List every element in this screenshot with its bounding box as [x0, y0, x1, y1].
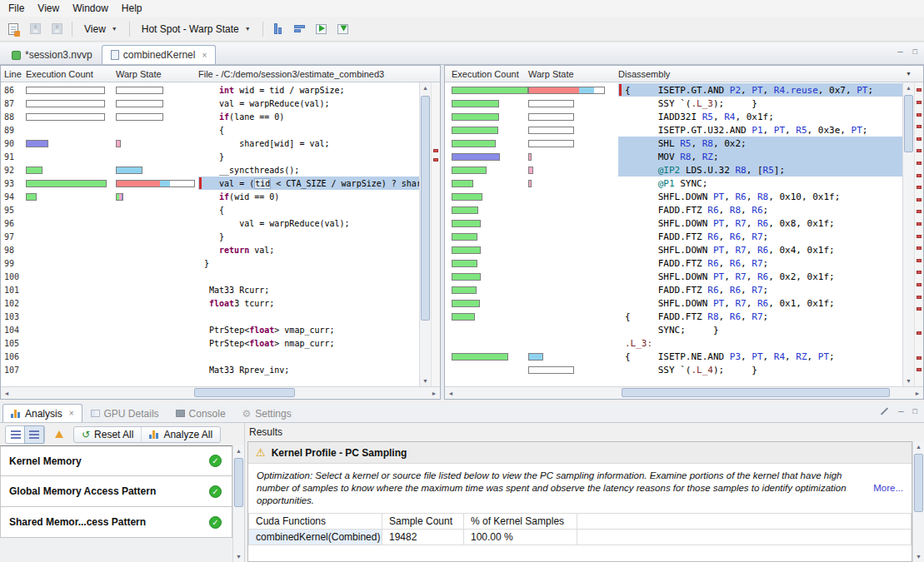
- disassembly-row[interactable]: SHFL.DOWN PT, R6, R8, 0x10, 0x1f;: [445, 190, 902, 203]
- next-hotspot-button[interactable]: [312, 20, 332, 38]
- maximize-icon[interactable]: □: [913, 407, 917, 415]
- analysis-item[interactable]: Global Memory Access Pattern✓: [0, 476, 232, 507]
- menu-file[interactable]: File: [2, 1, 31, 16]
- source-row[interactable]: 98 return val;: [1, 243, 419, 256]
- source-row[interactable]: 93 val = (tid < CTA_SIZE / warpSize) ? s…: [1, 177, 419, 190]
- disassembly-row[interactable]: SHFL.DOWN PT, R7, R6, 0x1, 0x1f;: [445, 296, 902, 310]
- disassembly-row[interactable]: .L_3:: [445, 336, 902, 350]
- scrollbar-thumb[interactable]: [234, 458, 243, 507]
- source-row[interactable]: 101 Mat33 Rcurr;: [1, 283, 419, 296]
- disassembly-row[interactable]: FADD.FTZ R6, R8, R6;: [445, 203, 902, 216]
- source-row[interactable]: 88 if(lane == 0): [1, 110, 419, 123]
- back-button[interactable]: [50, 426, 68, 443]
- menu-help[interactable]: Help: [115, 1, 149, 16]
- source-row[interactable]: 100: [1, 270, 419, 283]
- reset-all-button[interactable]: ↺ Reset All: [74, 427, 141, 442]
- analysis-item[interactable]: Shared Memor...cess Pattern✓: [0, 507, 232, 538]
- close-icon[interactable]: ×: [202, 51, 207, 60]
- source-row[interactable]: 107 Mat33 Rprev_inv;: [1, 363, 419, 376]
- save-all-button[interactable]: [47, 20, 67, 38]
- save-button[interactable]: [25, 20, 45, 38]
- table-row[interactable]: combinedKernel(Combined)19482100.00 %: [249, 530, 912, 545]
- disassembly-row[interactable]: { ISETP.GT.AND P2, PT, R4.reuse, 0x7, PT…: [445, 83, 902, 97]
- view-menu-icon[interactable]: [881, 407, 888, 415]
- hotspot-dropdown[interactable]: Hot Spot - Warp State ▼: [135, 22, 257, 37]
- disassembly-row[interactable]: FADD.FTZ R6, R6, R7;: [445, 230, 902, 243]
- source-row[interactable]: 89 {: [1, 123, 419, 137]
- scroll-left-icon[interactable]: ◄: [445, 387, 457, 399]
- source-row[interactable]: 97 }: [1, 230, 419, 243]
- maximize-icon[interactable]: □: [913, 47, 917, 56]
- tab-analysis[interactable]: Analysis×: [2, 404, 82, 422]
- source-row[interactable]: 106: [1, 350, 419, 363]
- source-row[interactable]: 87 val = warpReduce(val);: [1, 97, 419, 110]
- scroll-left-icon[interactable]: ◄: [1, 387, 12, 399]
- source-row[interactable]: 99}: [1, 256, 419, 270]
- scroll-up-icon[interactable]: ▲: [420, 82, 431, 93]
- guided-view-button[interactable]: [25, 426, 43, 443]
- editor-tab[interactable]: *session3.nvvp: [2, 45, 102, 64]
- disassembly-horizontal-scrollbar[interactable]: ◄ ►: [445, 386, 923, 399]
- minimize-icon[interactable]: ─: [898, 407, 903, 415]
- scroll-up-icon[interactable]: ▲: [903, 82, 914, 93]
- disassembly-row[interactable]: ISETP.GT.U32.AND P1, PT, R5, 0x3e, PT;: [445, 123, 902, 137]
- source-row[interactable]: 94 if(wid == 0): [1, 190, 419, 203]
- unguided-view-button[interactable]: [7, 426, 25, 443]
- tab-settings[interactable]: ⚙Settings: [234, 404, 300, 422]
- source-row[interactable]: 86 int wid = tid / warpSize;: [1, 83, 419, 97]
- analyze-all-button[interactable]: Analyze All: [141, 427, 220, 442]
- disassembly-row[interactable]: IADD32I R5, R4, 0x1f;: [445, 110, 902, 123]
- menu-window[interactable]: Window: [66, 1, 115, 16]
- tab-console[interactable]: Console: [167, 404, 234, 422]
- disassembly-row[interactable]: FADD.FTZ R6, R6, R7;: [445, 256, 902, 270]
- prev-hotspot-button[interactable]: [333, 20, 353, 38]
- disassembly-row[interactable]: SHL R5, R8, 0x2;: [445, 137, 902, 150]
- disassembly-row[interactable]: MOV R8, RZ;: [445, 150, 902, 163]
- disassembly-row[interactable]: SSY `(.L_4); }: [445, 363, 902, 376]
- close-icon[interactable]: ×: [69, 409, 74, 418]
- scrollbar-thumb[interactable]: [421, 96, 430, 321]
- tab-gpu-details[interactable]: GPU Details: [82, 404, 167, 422]
- minimize-icon[interactable]: ─: [897, 47, 902, 56]
- scroll-down-icon[interactable]: ▼: [233, 551, 244, 562]
- disassembly-row[interactable]: SSY `(.L_3); }: [445, 97, 902, 110]
- source-vertical-scrollbar[interactable]: ▲ ▼: [419, 82, 431, 386]
- scrollbar-thumb[interactable]: [914, 454, 923, 512]
- disassembly-row[interactable]: FADD.FTZ R6, R6, R7;: [445, 283, 902, 296]
- editor-tab[interactable]: combinedKernel×: [102, 45, 217, 64]
- scrollbar-thumb[interactable]: [194, 388, 295, 397]
- menu-view[interactable]: View: [31, 1, 66, 16]
- source-row[interactable]: 104 PtrStep<float> vmap_curr;: [1, 323, 419, 336]
- source-row[interactable]: 91 }: [1, 150, 419, 163]
- source-row[interactable]: 103: [1, 310, 419, 323]
- disassembly-row[interactable]: { FADD.FTZ R8, R6, R7;: [445, 310, 902, 323]
- scroll-right-icon[interactable]: ►: [912, 387, 923, 399]
- scrollbar-thumb[interactable]: [904, 95, 913, 152]
- disassembly-row[interactable]: SHFL.DOWN PT, R7, R6, 0x2, 0x1f;: [445, 270, 902, 283]
- source-row[interactable]: 90 shared[wid] = val;: [1, 137, 419, 150]
- disassembly-vertical-scrollbar[interactable]: ▲ ▼: [902, 82, 914, 386]
- analysis-list-scrollbar[interactable]: ▲ ▼: [232, 445, 244, 562]
- results-scrollbar[interactable]: ▲ ▼: [912, 441, 924, 562]
- new-session-button[interactable]: [3, 20, 23, 38]
- analysis-item[interactable]: Kernel Memory✓: [0, 445, 232, 476]
- scroll-down-icon[interactable]: ▼: [420, 375, 431, 386]
- scroll-up-icon[interactable]: ▲: [233, 445, 244, 456]
- view-menu-caret-icon[interactable]: ▼: [906, 71, 912, 77]
- row-view-button[interactable]: [290, 20, 310, 38]
- disassembly-row[interactable]: @IP2 LDS.U.32 R8, [R5];: [445, 163, 902, 177]
- more-link[interactable]: More...: [873, 482, 903, 495]
- scrollbar-thumb[interactable]: [622, 388, 889, 397]
- scroll-right-icon[interactable]: ►: [428, 387, 440, 399]
- disassembly-row[interactable]: SYNC; }: [445, 323, 902, 336]
- source-row[interactable]: 92 __syncthreads();: [1, 163, 419, 177]
- scroll-up-icon[interactable]: ▲: [913, 441, 924, 452]
- source-row[interactable]: 102 float3 tcurr;: [1, 296, 419, 310]
- column-view-button[interactable]: [268, 20, 288, 38]
- disassembly-row[interactable]: SHFL.DOWN PT, R7, R6, 0x8, 0x1f;: [445, 216, 902, 230]
- disassembly-row[interactable]: @P1 SYNC;: [445, 177, 902, 190]
- source-horizontal-scrollbar[interactable]: ◄ ►: [1, 386, 440, 399]
- scroll-down-icon[interactable]: ▼: [913, 551, 924, 562]
- source-row[interactable]: 96 val = warpReduce(val);: [1, 216, 419, 230]
- view-dropdown[interactable]: View ▼: [77, 22, 124, 37]
